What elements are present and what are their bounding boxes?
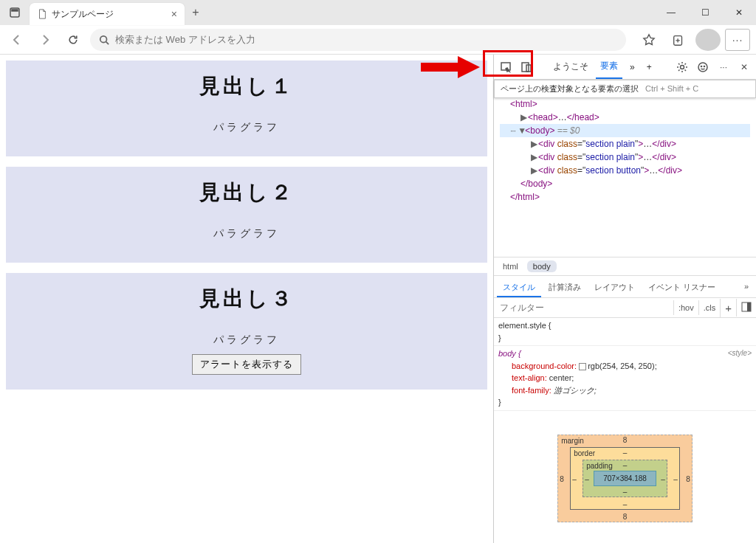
devtools-panel: ようこそ 要素 » + ··· ✕ ページ上の検査対象となる要素の選択 Ctrl… bbox=[493, 55, 756, 543]
back-button[interactable] bbox=[6, 29, 28, 51]
reload-button[interactable] bbox=[62, 29, 84, 51]
hov-button[interactable]: :hov bbox=[673, 300, 698, 315]
tab-layout[interactable]: レイアウト bbox=[588, 279, 641, 297]
devtools-close-icon[interactable]: ✕ bbox=[735, 58, 753, 76]
annotation-box bbox=[483, 50, 533, 77]
settings-icon[interactable] bbox=[673, 58, 691, 76]
profile-avatar[interactable] bbox=[695, 29, 721, 51]
paragraph-1: パラグラフ bbox=[6, 121, 487, 134]
search-icon bbox=[99, 35, 109, 45]
crumb-body[interactable]: body bbox=[527, 260, 557, 272]
address-placeholder: 検索または Web アドレスを入力 bbox=[115, 33, 255, 46]
paragraph-2: パラグラフ bbox=[6, 227, 487, 241]
cls-button[interactable]: .cls bbox=[698, 300, 721, 315]
annotation-arrow bbox=[421, 56, 480, 78]
svg-rect-1 bbox=[12, 10, 18, 11]
dom-tree[interactable]: <html> ▶<head>…</head> ··· ▼<body> == $0… bbox=[494, 80, 756, 257]
close-tab-icon[interactable]: × bbox=[171, 8, 177, 20]
heading-3: 見出し３ bbox=[6, 285, 487, 313]
svg-point-9 bbox=[701, 66, 701, 66]
heading-2: 見出し２ bbox=[6, 179, 487, 207]
favorite-icon[interactable] bbox=[636, 29, 662, 51]
styles-tabs: スタイル 計算済み レイアウト イベント リスナー » bbox=[494, 276, 756, 298]
tab-overview-icon[interactable] bbox=[0, 7, 30, 18]
tab-elements[interactable]: 要素 bbox=[596, 55, 622, 79]
svg-point-10 bbox=[704, 66, 704, 66]
maximize-button[interactable]: ☐ bbox=[688, 0, 722, 25]
tab-plus[interactable]: + bbox=[642, 57, 656, 77]
tab-more[interactable]: » bbox=[625, 57, 639, 77]
svg-point-8 bbox=[698, 63, 707, 72]
tab-computed[interactable]: 計算済み bbox=[543, 279, 587, 297]
section-1: 見出し１ パラグラフ bbox=[6, 60, 487, 156]
tab-title: サンプルページ bbox=[52, 8, 114, 21]
window-buttons: — ☐ ✕ bbox=[654, 0, 756, 25]
tab-welcome[interactable]: ようこそ bbox=[549, 55, 593, 78]
tooltip-text: ページ上の検査対象となる要素の選択 bbox=[501, 84, 639, 93]
titlebar: サンプルページ × + — ☐ ✕ bbox=[0, 0, 756, 25]
browser-tab[interactable]: サンプルページ × bbox=[30, 3, 185, 25]
new-tab-button[interactable]: + bbox=[185, 6, 207, 19]
tab-listeners[interactable]: イベント リスナー bbox=[642, 279, 721, 297]
section-2: 見出し２ パラグラフ bbox=[6, 167, 487, 263]
box-model: margin 8 8 8 8 border – – – – padding – … bbox=[494, 414, 756, 543]
minimize-button[interactable]: — bbox=[654, 0, 688, 25]
devtools-menu-icon[interactable]: ··· bbox=[715, 58, 732, 76]
close-window-button[interactable]: ✕ bbox=[722, 0, 756, 25]
page-icon bbox=[37, 9, 47, 19]
css-rules[interactable]: element.style { } body { <style> backgro… bbox=[494, 318, 756, 414]
heading-1: 見出し１ bbox=[6, 72, 487, 100]
section-3: 見出し３ パラグラフ アラートを表示する bbox=[6, 273, 487, 390]
svg-rect-12 bbox=[747, 302, 751, 311]
tab-styles-more[interactable]: » bbox=[740, 279, 753, 297]
forward-button[interactable] bbox=[34, 29, 56, 51]
panel-toggle-icon[interactable] bbox=[736, 299, 756, 317]
inspect-tooltip: ページ上の検査対象となる要素の選択 Ctrl + Shift + C bbox=[494, 80, 756, 98]
crumb-html[interactable]: html bbox=[497, 260, 524, 272]
styles-filter-row: :hov .cls + bbox=[494, 298, 756, 318]
box-model-content: 707×384.188 bbox=[594, 471, 656, 486]
devtools-toolbar: ようこそ 要素 » + ··· ✕ ページ上の検査対象となる要素の選択 Ctrl… bbox=[494, 55, 756, 80]
alert-button[interactable]: アラートを表示する bbox=[192, 354, 301, 375]
collections-icon[interactable] bbox=[666, 29, 691, 51]
svg-rect-13 bbox=[421, 63, 458, 72]
svg-marker-14 bbox=[458, 56, 480, 78]
page-content: 見出し１ パラグラフ 見出し２ パラグラフ 見出し３ パラグラフ アラートを表示… bbox=[0, 55, 493, 543]
svg-point-7 bbox=[681, 65, 684, 69]
svg-point-2 bbox=[100, 35, 107, 42]
tab-styles[interactable]: スタイル bbox=[497, 279, 541, 297]
add-rule-button[interactable]: + bbox=[720, 299, 736, 317]
browser-menu-button[interactable]: ··· bbox=[725, 29, 750, 51]
tooltip-shortcut: Ctrl + Shift + C bbox=[645, 84, 698, 93]
feedback-icon[interactable] bbox=[694, 58, 712, 76]
styles-filter-input[interactable] bbox=[494, 298, 673, 317]
dom-breadcrumbs: html body bbox=[494, 257, 756, 276]
paragraph-3: パラグラフ bbox=[6, 333, 487, 347]
toolbar: 検索または Web アドレスを入力 ··· bbox=[0, 25, 756, 55]
address-bar[interactable]: 検索または Web アドレスを入力 bbox=[90, 29, 626, 51]
